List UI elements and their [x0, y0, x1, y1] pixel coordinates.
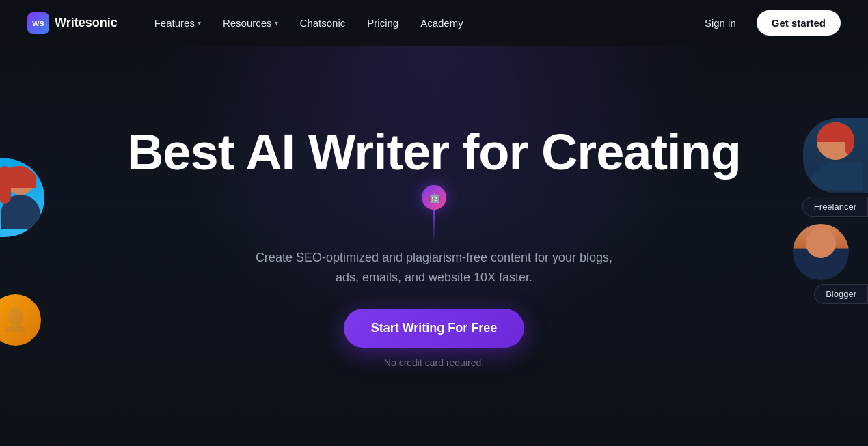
navbar: ws Writesonic Features ▾ Resources ▾ Cha…	[0, 0, 868, 46]
no-credit-text: No credit card required.	[384, 357, 484, 368]
nav-right: Sign in Get started	[695, 10, 841, 36]
avatar-right-man	[793, 224, 849, 280]
cta-button[interactable]: Start Writing For Free	[344, 309, 525, 348]
nav-chatsonic[interactable]: Chatsonic	[290, 12, 355, 34]
avatar-left-bottom: 👤	[0, 294, 41, 346]
nav-resources[interactable]: Resources ▾	[213, 12, 288, 34]
nav-pricing[interactable]: Pricing	[357, 12, 408, 34]
get-started-button[interactable]: Get started	[757, 10, 841, 36]
hero-subtext: Create SEO-optimized and plagiarism-free…	[253, 248, 615, 288]
nav-links: Features ▾ Resources ▾ Chatsonic Pricing…	[145, 12, 695, 34]
cursor-decoration: 🤖	[422, 185, 446, 242]
resources-chevron-icon: ▾	[275, 19, 278, 27]
logo-link[interactable]: ws Writesonic	[27, 12, 118, 34]
avatar-right-woman	[803, 118, 868, 193]
freelancer-badge: Freelancer	[802, 197, 868, 217]
features-chevron-icon: ▾	[198, 19, 201, 27]
nav-academy[interactable]: Academy	[411, 12, 473, 34]
brand-name: Writesonic	[55, 16, 118, 30]
blogger-badge: Blogger	[814, 284, 868, 304]
sign-in-button[interactable]: Sign in	[695, 12, 746, 34]
cursor-icon: 🤖	[422, 185, 446, 210]
nav-features[interactable]: Features ▾	[145, 12, 211, 34]
logo-icon: ws	[27, 12, 49, 34]
avatar-left-person	[0, 158, 44, 237]
hero-headline: Best AI Writer for Creating	[127, 124, 741, 180]
cursor-line	[433, 210, 435, 242]
hero-section: 👤 Freelancer Blogger Best AI Writer for …	[0, 46, 868, 446]
